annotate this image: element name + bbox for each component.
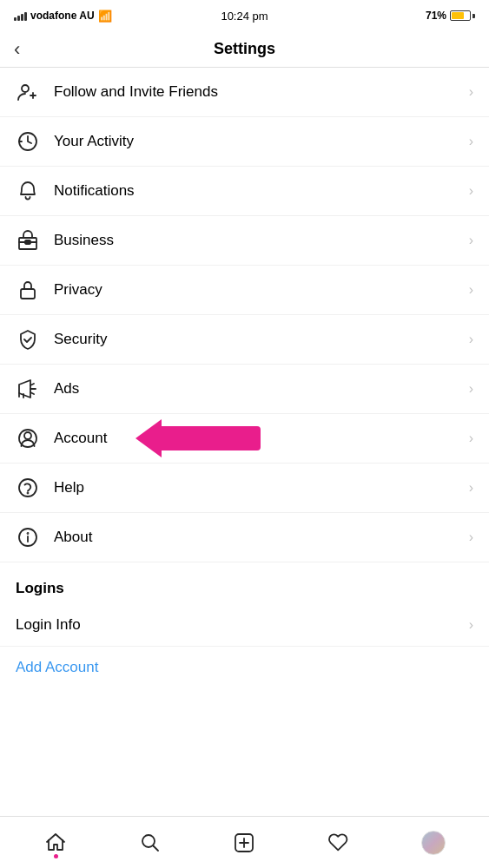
privacy-label: Privacy xyxy=(54,281,102,299)
account-chevron: › xyxy=(469,431,473,446)
search-icon xyxy=(139,832,162,854)
carrier-text: vodafone AU xyxy=(30,10,95,22)
security-chevron: › xyxy=(469,332,473,347)
nav-add[interactable] xyxy=(222,824,266,862)
add-account-item[interactable]: Add Account xyxy=(0,647,489,688)
settings-list: Follow and Invite Friends › Your Activit… xyxy=(0,68,489,562)
nav-heart[interactable] xyxy=(317,824,360,862)
bottom-nav xyxy=(0,816,489,868)
login-info-item[interactable]: Login Info › xyxy=(0,604,489,647)
privacy-icon xyxy=(16,278,40,302)
activity-icon xyxy=(16,129,40,154)
activity-label: Your Activity xyxy=(54,133,134,150)
security-label: Security xyxy=(54,331,107,348)
profile-avatar xyxy=(421,831,446,855)
settings-item-privacy[interactable]: Privacy › xyxy=(0,266,489,315)
notifications-label: Notifications xyxy=(54,182,135,200)
home-icon xyxy=(44,832,67,854)
battery-icon xyxy=(450,10,475,21)
ads-label: Ads xyxy=(54,380,79,398)
account-icon xyxy=(16,426,40,450)
security-icon xyxy=(16,327,40,352)
settings-content: Follow and Invite Friends › Your Activit… xyxy=(0,68,489,749)
svg-marker-5 xyxy=(19,380,30,398)
follow-label: Follow and Invite Friends xyxy=(54,83,218,101)
status-right: 71% xyxy=(426,10,475,22)
business-label: Business xyxy=(54,232,114,249)
account-label: Account xyxy=(54,430,107,447)
ads-chevron: › xyxy=(469,381,473,397)
notifications-icon xyxy=(16,179,40,203)
follow-icon xyxy=(16,80,40,104)
page-title: Settings xyxy=(214,40,275,58)
heart-icon xyxy=(327,832,350,854)
settings-item-business[interactable]: Business › xyxy=(0,216,489,266)
help-chevron: › xyxy=(469,480,473,496)
nav-home[interactable] xyxy=(34,824,77,862)
login-info-chevron: › xyxy=(469,617,473,633)
privacy-chevron: › xyxy=(469,282,473,298)
signal-icon xyxy=(14,10,27,21)
settings-item-security[interactable]: Security › xyxy=(0,315,489,365)
svg-rect-4 xyxy=(21,289,35,299)
add-account-label: Add Account xyxy=(16,659,98,675)
help-icon xyxy=(16,476,40,500)
settings-item-notifications[interactable]: Notifications › xyxy=(0,167,489,216)
svg-line-19 xyxy=(153,845,158,851)
status-bar: vodafone AU 📶 10:24 pm 71% xyxy=(0,0,489,31)
home-active-dot xyxy=(54,854,58,858)
status-left: vodafone AU 📶 xyxy=(14,10,112,23)
settings-item-ads[interactable]: Ads › xyxy=(0,365,489,414)
clock: 10:24 pm xyxy=(221,10,268,23)
about-chevron: › xyxy=(469,529,473,545)
arrow-annotation xyxy=(156,426,261,450)
svg-point-14 xyxy=(28,493,29,494)
about-icon xyxy=(16,525,40,549)
settings-item-account[interactable]: Account › xyxy=(0,414,489,464)
logins-section-header: Logins xyxy=(0,562,489,604)
activity-chevron: › xyxy=(469,134,473,149)
notifications-chevron: › xyxy=(469,183,473,199)
login-info-label: Login Info xyxy=(16,616,81,634)
help-label: Help xyxy=(54,479,84,496)
settings-item-about[interactable]: About › xyxy=(0,513,489,562)
ads-icon xyxy=(16,377,40,401)
add-icon xyxy=(233,832,255,854)
business-icon xyxy=(16,228,40,253)
follow-chevron: › xyxy=(469,84,473,100)
settings-item-follow[interactable]: Follow and Invite Friends › xyxy=(0,68,489,117)
business-chevron: › xyxy=(469,233,473,248)
svg-point-17 xyxy=(28,533,29,534)
battery-percent: 71% xyxy=(426,10,446,22)
header: ‹ Settings xyxy=(0,31,489,68)
nav-search[interactable] xyxy=(129,824,172,862)
settings-item-help[interactable]: Help › xyxy=(0,464,489,513)
wifi-icon: 📶 xyxy=(98,10,112,23)
svg-point-12 xyxy=(24,432,31,439)
svg-point-0 xyxy=(22,85,29,92)
nav-profile[interactable] xyxy=(412,824,455,862)
settings-item-activity[interactable]: Your Activity › xyxy=(0,117,489,167)
back-button[interactable]: ‹ xyxy=(14,40,20,59)
about-label: About xyxy=(54,529,92,546)
